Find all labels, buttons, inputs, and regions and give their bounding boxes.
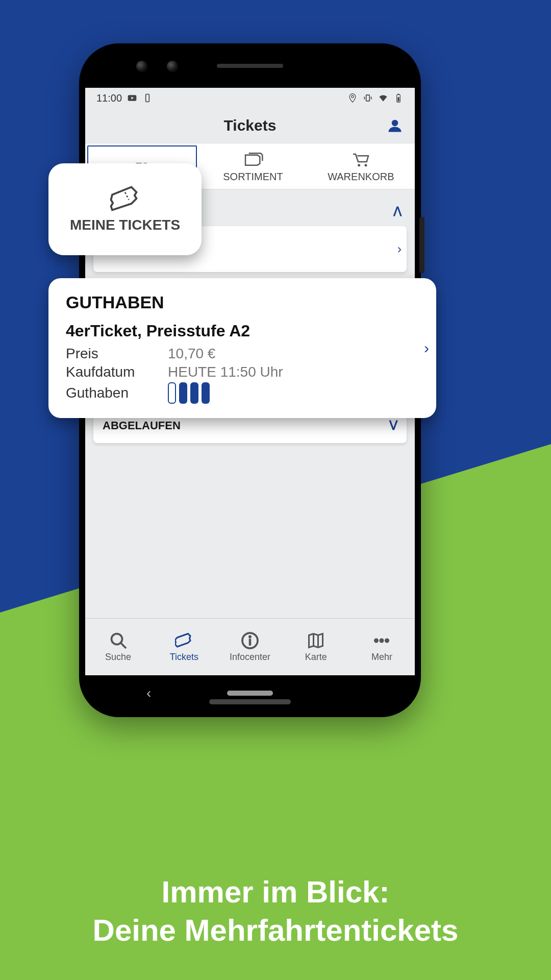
tickets-icon	[243, 151, 263, 168]
section-title: ABGELAUFEN	[103, 419, 181, 432]
svg-rect-15	[249, 639, 251, 645]
device-camera	[136, 61, 147, 72]
nav-label: Mehr	[371, 652, 392, 663]
app-header: Tickets	[85, 108, 415, 143]
preis-label: Preis	[66, 346, 168, 362]
device-speaker-bottom	[209, 699, 291, 704]
callout-meine-tickets: MEINE TICKETS	[48, 163, 202, 255]
location-icon	[347, 93, 358, 103]
tab-sortiment[interactable]: SORTIMENT	[199, 143, 307, 189]
callout-guthaben-card: › GUTHABEN 4erTicket, Preisstufe A2 Prei…	[48, 278, 436, 418]
svg-rect-6	[397, 97, 399, 101]
tagline-line2: Deine Mehrfahrtentickets	[0, 911, 551, 949]
ticket-icon	[110, 185, 140, 212]
nav-label: Infocenter	[230, 652, 270, 663]
device-icon	[142, 93, 153, 103]
svg-rect-2	[366, 95, 370, 101]
svg-point-9	[358, 164, 360, 166]
svg-rect-7	[397, 94, 399, 95]
vibrate-icon	[363, 93, 373, 103]
chevron-right-icon: ›	[424, 339, 429, 357]
tagline-line1: Immer im Blick:	[0, 873, 551, 911]
battery-icon	[393, 93, 404, 103]
kaufdatum-label: Kaufdatum	[66, 364, 168, 380]
nav-label: Karte	[305, 652, 327, 663]
bottom-nav: Suche Tickets Infocenter Karte Mehr	[85, 618, 415, 675]
home-indicator[interactable]	[227, 691, 273, 696]
tab-label: SORTIMENT	[223, 171, 283, 183]
callout-label: MEINE TICKETS	[70, 217, 180, 233]
system-nav-bar: ‹	[85, 675, 415, 711]
nav-label: Suche	[105, 652, 131, 663]
back-button[interactable]: ‹	[146, 685, 151, 701]
punch-indicator	[168, 382, 210, 404]
ticket-icon	[175, 631, 193, 650]
nav-mehr[interactable]: Mehr	[349, 619, 415, 675]
nav-karte[interactable]: Karte	[283, 619, 349, 675]
more-icon	[372, 631, 391, 650]
page-title: Tickets	[224, 117, 277, 134]
device-button	[419, 217, 424, 273]
nav-infocenter[interactable]: Infocenter	[217, 619, 283, 675]
svg-point-11	[111, 634, 122, 645]
guthaben-label: Guthaben	[66, 385, 168, 401]
device-speaker	[217, 64, 283, 68]
guthaben-title: GUTHABEN	[66, 292, 419, 312]
svg-point-8	[392, 120, 398, 127]
cart-icon	[350, 151, 371, 168]
chevron-down-icon: ᐯ	[389, 419, 397, 433]
svg-point-10	[365, 164, 367, 166]
nav-suche[interactable]: Suche	[85, 619, 151, 675]
search-icon	[109, 631, 128, 650]
svg-point-16	[374, 639, 379, 643]
youtube-icon	[127, 93, 137, 103]
chevron-up-icon: ᐱ	[393, 205, 402, 219]
wifi-icon	[378, 93, 388, 103]
svg-point-14	[249, 635, 252, 638]
tab-warenkorb[interactable]: WARENKORB	[307, 143, 415, 189]
product-name: 4erTicket, Preisstufe A2	[66, 322, 419, 340]
tab-label: WARENKORB	[328, 171, 394, 183]
svg-point-18	[385, 639, 389, 643]
svg-line-12	[120, 643, 126, 649]
info-icon	[241, 631, 259, 650]
status-bar: 11:00	[85, 88, 415, 108]
svg-rect-1	[146, 94, 149, 102]
device-camera	[167, 61, 178, 72]
kaufdatum-value: HEUTE 11:50 Uhr	[168, 364, 283, 380]
promo-tagline: Immer im Blick: Deine Mehrfahrtentickets	[0, 873, 551, 949]
nav-tickets[interactable]: Tickets	[151, 619, 217, 675]
status-time: 11:00	[96, 92, 122, 104]
nav-label: Tickets	[170, 652, 198, 663]
chevron-right-icon: ›	[397, 242, 402, 256]
preis-value: 10,70 €	[168, 346, 215, 362]
profile-button[interactable]	[387, 118, 403, 133]
svg-point-17	[380, 639, 384, 643]
svg-line-19	[125, 192, 129, 200]
map-icon	[307, 631, 325, 650]
